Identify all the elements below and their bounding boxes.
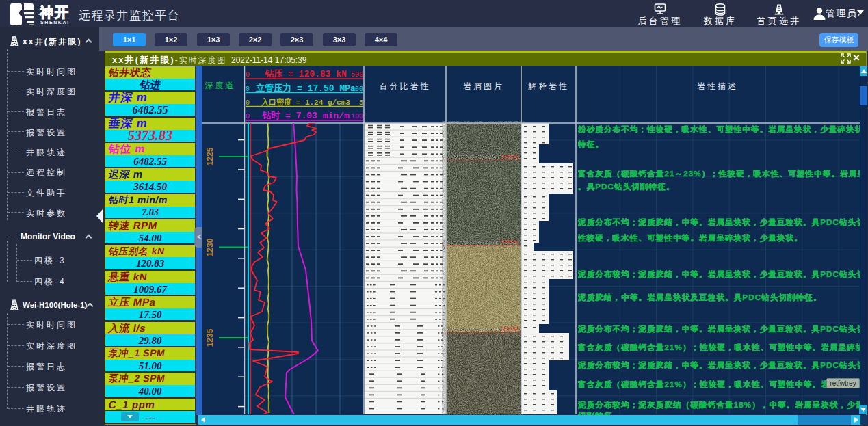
svg-text:岩性描述: 岩性描述 — [697, 81, 738, 91]
svg-text:0: 0 — [246, 71, 250, 79]
svg-text:0: 0 — [246, 99, 250, 107]
svg-text:1235: 1235 — [205, 328, 215, 347]
svg-text:入口密度 = 1.24 g/cm3: 入口密度 = 1.24 g/cm3 — [261, 98, 350, 107]
svg-text:100: 100 — [351, 85, 363, 93]
svg-text:0: 0 — [246, 113, 250, 120]
svg-text:0: 0 — [246, 85, 250, 93]
svg-text:钻时 = 7.03 min/m: 钻时 = 7.03 min/m — [261, 110, 350, 121]
svg-text:100: 100 — [351, 113, 363, 120]
svg-text:钻压 = 120.83 kN: 钻压 = 120.83 kN — [264, 69, 347, 79]
svg-text:5188.84: 5188.84 — [501, 239, 518, 244]
svg-text:百分比岩性: 百分比岩性 — [380, 81, 431, 91]
svg-text:解释岩性: 解释岩性 — [528, 81, 569, 91]
svg-text:5: 5 — [359, 99, 363, 107]
svg-text:5190.84: 5190.84 — [501, 326, 518, 331]
svg-text:5186.84: 5186.84 — [501, 154, 518, 159]
svg-text:岩屑图片: 岩屑图片 — [463, 81, 504, 91]
svg-text:立管压力 = 17.50 MPa: 立管压力 = 17.50 MPa — [255, 83, 356, 94]
svg-text:1230: 1230 — [205, 238, 215, 256]
svg-text:1225: 1225 — [205, 147, 215, 165]
svg-text:深度道: 深度道 — [205, 81, 236, 90]
svg-text:500: 500 — [351, 71, 363, 79]
